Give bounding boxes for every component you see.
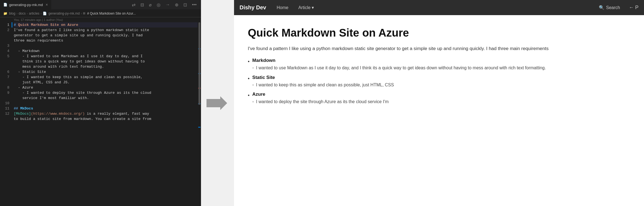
line-num-11: 11 (0, 106, 9, 111)
line8-text: - Azure (14, 85, 33, 90)
tab-close-button[interactable]: × (46, 2, 48, 7)
code-line-7: - I wanted to keep this as simple and cl… (14, 75, 198, 80)
subheading-text: ## MkDocs (14, 106, 33, 111)
back-button[interactable]: ← P (629, 5, 638, 10)
sub-markdown-text: I wanted to use Markdown as I use it day… (256, 64, 546, 72)
link-text: [MkDocs] (14, 112, 31, 116)
line-num-2: 2 (0, 28, 9, 33)
line4-text: - Markdown (14, 48, 40, 54)
code-line-6: - Static Site (14, 69, 198, 75)
code-line-8: - Azure (14, 85, 198, 90)
line6-text: - Static Site (14, 69, 46, 75)
code-line-1: # Quick Markdown Site on Azure (14, 22, 198, 28)
split-icon[interactable]: ⊟ (139, 2, 145, 8)
scrollbar-marker-blue-4 (198, 127, 200, 128)
tab-filename: generating-py-mk.md (9, 3, 43, 7)
svg-marker-0 (206, 96, 227, 110)
sub-static-text: I wanted to keep this as simple and clea… (256, 81, 394, 89)
article-bullet-list: Markdown I wanted to use Markdown as I u… (248, 58, 630, 106)
line-num-8: 8 (0, 85, 9, 90)
code-line-5b: think its a quick way to get ideas down … (14, 59, 198, 64)
scrollbar[interactable] (198, 22, 201, 206)
source-control-icon[interactable]: ⌀ (148, 2, 153, 8)
sub-azure-item: I wanted to deploy the site through Azur… (252, 98, 388, 105)
line-num-10: 10 (0, 101, 9, 106)
line2b-text: generator to get a simple site up and ru… (14, 33, 143, 38)
heading-hash: # Quick Markdown Site on Azure (14, 22, 78, 28)
search-button[interactable]: 🔍 Search (599, 5, 620, 10)
forward-icon[interactable]: → (164, 2, 171, 8)
line7b-text: just HTML, CSS and JS. (14, 80, 70, 85)
breadcrumb-blog[interactable]: blog (9, 12, 15, 15)
diff-icon[interactable]: ◎ (156, 2, 162, 8)
sub-static-item: I wanted to keep this as simple and clea… (252, 81, 394, 89)
line7-text: - I wanted to keep this as simple and cl… (14, 75, 143, 80)
scrollbar-thumb[interactable] (199, 22, 200, 105)
browser-panel: Dishy Dev Home Article ▾ 🔍 Search ← P Qu… (234, 0, 644, 206)
code-line-12b: to build a static site from markdown. Yo… (14, 116, 198, 122)
bullet-markdown-heading: Markdown (252, 58, 546, 63)
breadcrumb-blog-icon: 📁 (3, 12, 7, 15)
link-rest: is a really elegant, fast way (85, 112, 149, 116)
editor-code-area[interactable]: 1 2 2 2 3 4 5 5 5 6 7 7 8 9 9 10 11 12 1… (0, 22, 201, 206)
line5b-text: think its a quick way to get ideas down … (14, 59, 145, 64)
line-num-6: 6 (0, 69, 9, 75)
code-line-2b: generator to get a simple site up and ru… (14, 33, 198, 38)
sub-azure-text: I wanted to deploy the site through Azur… (256, 98, 389, 105)
nav-article[interactable]: Article ▾ (296, 4, 316, 11)
bullet-azure: Azure I wanted to deploy the site throug… (248, 92, 630, 106)
bullet-static-site: Static Site I wanted to keep this as sim… (248, 75, 630, 90)
line-numbers: 1 2 2 2 3 4 5 5 5 6 7 7 8 9 9 10 11 12 1… (0, 22, 12, 206)
bullet-azure-heading: Azure (252, 92, 388, 97)
breadcrumb-filename[interactable]: generating-py-mk.md (48, 12, 80, 15)
line-num-9: 9 (0, 90, 9, 95)
breadcrumb-file-icon: 📄 (43, 12, 47, 15)
code-line-11: ## MkDocs (14, 106, 198, 111)
sync-icon[interactable]: ⇄ (131, 2, 137, 8)
preview-icon[interactable]: ⊕ (174, 2, 180, 8)
arrow-svg (206, 95, 229, 111)
git-blame-text: You, 17 minutes ago | 1 author (You) (14, 18, 63, 21)
split-editor-icon[interactable]: ⊡ (182, 2, 188, 8)
site-title[interactable]: Dishy Dev (240, 4, 266, 11)
line9-text: - I wanted to deploy the site through Az… (14, 90, 151, 95)
nav-dropdown-icon: ▾ (312, 5, 314, 10)
line9b-text: service I'm most familiar with. (14, 95, 89, 101)
code-content[interactable]: # Quick Markdown Site on Azure I've foun… (12, 22, 198, 206)
article-content: Quick Markdown Site on Azure I've found … (234, 15, 644, 206)
line5-text: - I wanted to use Markdown as I use it d… (14, 54, 143, 59)
preview-arrow (201, 0, 234, 206)
article-intro: I've found a pattern I like using a pyth… (248, 45, 630, 52)
sub-list-markdown: I wanted to use Markdown as I use it day… (252, 64, 546, 72)
breadcrumb: 📁 blog › docs › articles › 📄 generating-… (0, 10, 201, 17)
code-line-9: - I wanted to deploy the site through Az… (14, 90, 198, 95)
link-url: (https://www.mkdocs.org/) (31, 112, 85, 116)
code-line-9b: service I'm most familiar with. (14, 95, 198, 101)
nav-home[interactable]: Home (275, 4, 291, 11)
line12b-text: to build a static site from markdown. Yo… (14, 116, 151, 122)
file-icon: 📄 (3, 3, 7, 7)
search-label: Search (606, 5, 620, 10)
bullet-static-heading: Static Site (252, 75, 394, 80)
nav-article-label: Article (298, 5, 310, 10)
browser-navbar: Dishy Dev Home Article ▾ 🔍 Search ← P (234, 0, 644, 15)
code-line-10 (14, 101, 198, 106)
tab-bar: 📄 generating-py-mk.md × ⇄ ⊟ ⌀ ◎ → ⊕ ⊡ ••… (0, 0, 201, 10)
code-line-2c: three main requirements (14, 38, 198, 43)
back-arrow-icon: ← P (629, 5, 638, 10)
editor-tab[interactable]: 📄 generating-py-mk.md × (0, 0, 51, 10)
breadcrumb-section[interactable]: # Quick Markdown Site on Azur... (87, 12, 136, 15)
line-num-4: 4 (0, 48, 9, 54)
code-line-7b: just HTML, CSS and JS. (14, 80, 198, 85)
line-num-12: 12 (0, 111, 9, 116)
code-line-5: - I wanted to use Markdown as I use it d… (14, 54, 198, 59)
breadcrumb-docs[interactable]: docs (19, 12, 26, 15)
git-blame-bar: You, 17 minutes ago | 1 author (You) (0, 17, 201, 22)
sub-list-azure: I wanted to deploy the site through Azur… (252, 98, 388, 105)
editor-panel: 📄 generating-py-mk.md × ⇄ ⊟ ⌀ ◎ → ⊕ ⊡ ••… (0, 0, 201, 206)
more-actions-icon[interactable]: ••• (191, 2, 198, 8)
search-icon: 🔍 (599, 5, 604, 10)
line2c-text: three main requirements (14, 38, 63, 43)
line-num-1: 1 (0, 22, 9, 28)
breadcrumb-articles[interactable]: articles (29, 12, 39, 15)
